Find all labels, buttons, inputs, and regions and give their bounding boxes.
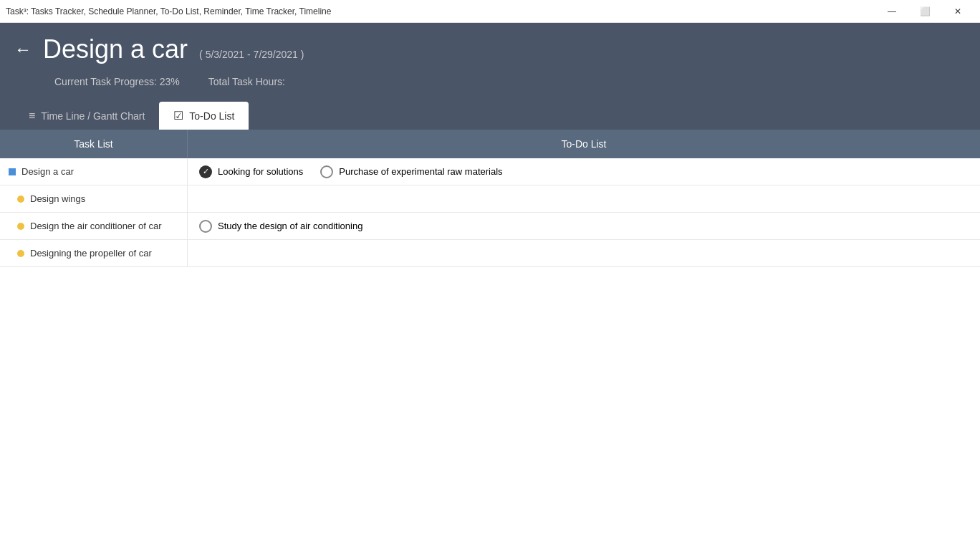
todo-cell-air-conditioner: Study the design of air conditioning (188, 213, 980, 239)
tab-todo[interactable]: ☑ To-Do List (159, 102, 249, 130)
task-indicator-blue (9, 168, 16, 175)
todo-cell-propeller (188, 240, 980, 266)
tabs: ≡ Time Line / Gantt Chart ☑ To-Do List (14, 102, 966, 130)
task-cell-air-conditioner: Design the air conditioner of car (0, 213, 188, 239)
close-button[interactable]: ✕ (941, 0, 974, 23)
project-title: Design a car (43, 34, 188, 64)
todo-item-purchase: Purchase of experimental raw materials (320, 165, 502, 178)
project-dates: ( 5/3/2021 - 7/29/2021 ) (199, 49, 304, 60)
titlebar: Task³: Tasks Tracker, Schedule Planner, … (0, 0, 980, 23)
todo-item-study-ac: Study the design of air conditioning (199, 220, 362, 233)
todo-label-purchase: Purchase of experimental raw materials (339, 166, 502, 177)
back-button[interactable]: ← (14, 41, 32, 58)
checkbox-filled-looking[interactable] (199, 165, 212, 178)
table-row: Design wings (0, 185, 980, 213)
task-label-design-wings: Design wings (30, 193, 85, 204)
window-controls: — ⬜ ✕ (875, 0, 974, 23)
todo-label-study-ac: Study the design of air conditioning (218, 221, 362, 231)
task-indicator-yellow (17, 196, 24, 203)
minimize-button[interactable]: — (875, 0, 908, 23)
todo-icon: ☑ (173, 109, 183, 122)
header-top: ← Design a car ( 5/3/2021 - 7/29/2021 ) (14, 34, 966, 64)
checkbox-empty-study-ac[interactable] (199, 220, 212, 233)
task-table: Design a car Looking for solutions Purch… (0, 158, 980, 267)
task-cell-design-wings: Design wings (0, 185, 188, 212)
tab-timeline-label: Time Line / Gantt Chart (41, 110, 145, 122)
tab-timeline[interactable]: ≡ Time Line / Gantt Chart (14, 102, 159, 130)
checkbox-empty-purchase[interactable] (320, 165, 333, 178)
table-header: Task List To-Do List (0, 130, 980, 158)
header-stats: Current Task Progress: 23% Total Task Ho… (54, 76, 966, 87)
todo-item-looking: Looking for solutions (199, 165, 303, 178)
task-label-propeller: Designing the propeller of car (30, 248, 152, 259)
table-row: Designing the propeller of car (0, 240, 980, 267)
task-indicator-yellow (17, 223, 24, 230)
todo-cell-design-wings (188, 185, 980, 212)
total-hours-stat: Total Task Hours: (208, 76, 285, 87)
header: ← Design a car ( 5/3/2021 - 7/29/2021 ) … (0, 23, 980, 130)
task-cell-design-car: Design a car (0, 158, 188, 185)
todo-cell-design-car: Looking for solutions Purchase of experi… (188, 158, 980, 185)
tab-todo-label: To-Do List (189, 110, 234, 122)
task-cell-propeller: Designing the propeller of car (0, 240, 188, 266)
maximize-button[interactable]: ⬜ (908, 0, 941, 23)
task-indicator-yellow (17, 250, 24, 257)
table-row: Design a car Looking for solutions Purch… (0, 158, 980, 185)
col-header-task-list: Task List (0, 130, 188, 158)
task-label-design-car: Design a car (21, 166, 74, 177)
table-row: Design the air conditioner of car Study … (0, 213, 980, 240)
app-title: Task³: Tasks Tracker, Schedule Planner, … (6, 6, 331, 16)
task-label-air-conditioner: Design the air conditioner of car (30, 221, 162, 231)
todo-label-looking: Looking for solutions (218, 166, 303, 177)
project-info: Design a car ( 5/3/2021 - 7/29/2021 ) (43, 34, 304, 64)
timeline-icon: ≡ (29, 110, 35, 122)
col-header-todo-list: To-Do List (188, 130, 980, 158)
progress-stat: Current Task Progress: 23% (54, 76, 180, 87)
